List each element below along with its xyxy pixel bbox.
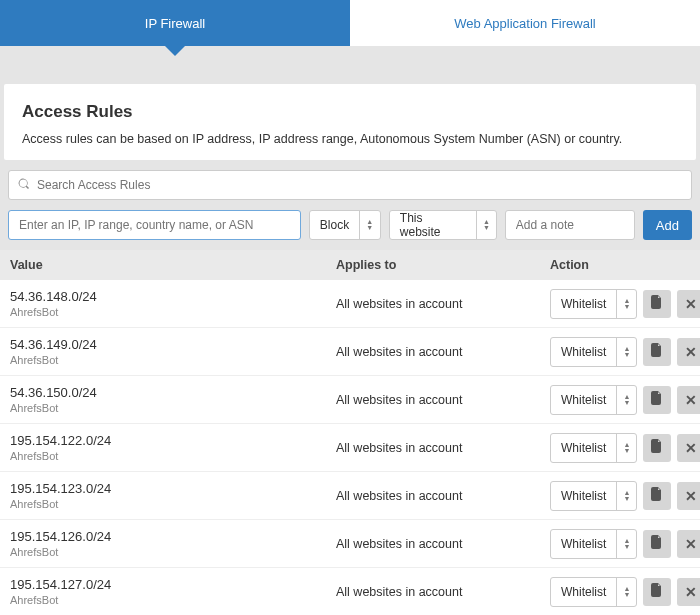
row-action-select[interactable]: Whitelist▲▼ bbox=[550, 385, 637, 415]
action-group: Whitelist▲▼✕ bbox=[550, 577, 700, 607]
rule-note: AhrefsBot bbox=[10, 498, 336, 510]
cell-action: Whitelist▲▼✕ bbox=[550, 481, 700, 511]
close-icon: ✕ bbox=[685, 344, 697, 360]
page-description: Access rules can be based on IP address,… bbox=[22, 132, 678, 146]
applies-text: All websites in account bbox=[336, 537, 462, 551]
tab-ip-firewall[interactable]: IP Firewall bbox=[0, 0, 350, 46]
chevron-updown-icon: ▲▼ bbox=[616, 338, 636, 366]
cell-applies: All websites in account bbox=[336, 344, 550, 359]
close-icon: ✕ bbox=[685, 536, 697, 552]
chevron-updown-icon: ▲▼ bbox=[359, 211, 379, 239]
th-action: Action bbox=[550, 258, 690, 272]
cell-value: 195.154.123.0/24AhrefsBot bbox=[10, 481, 336, 510]
rule-value: 195.154.123.0/24 bbox=[10, 481, 336, 496]
note-input[interactable] bbox=[505, 210, 635, 240]
delete-button[interactable]: ✕ bbox=[677, 290, 700, 318]
edit-note-button[interactable] bbox=[643, 482, 671, 510]
applies-text: All websites in account bbox=[336, 585, 462, 599]
cell-action: Whitelist▲▼✕ bbox=[550, 385, 700, 415]
page-title: Access Rules bbox=[22, 102, 678, 122]
applies-text: All websites in account bbox=[336, 393, 462, 407]
document-icon bbox=[651, 487, 663, 504]
delete-button[interactable]: ✕ bbox=[677, 386, 700, 414]
cell-applies: All websites in account bbox=[336, 488, 550, 503]
rule-note: AhrefsBot bbox=[10, 546, 336, 558]
chevron-updown-icon: ▲▼ bbox=[616, 530, 636, 558]
delete-button[interactable]: ✕ bbox=[677, 434, 700, 462]
document-icon bbox=[651, 295, 663, 312]
cell-applies: All websites in account bbox=[336, 536, 550, 551]
cell-value: 54.36.149.0/24AhrefsBot bbox=[10, 337, 336, 366]
cell-action: Whitelist▲▼✕ bbox=[550, 289, 700, 319]
edit-note-button[interactable] bbox=[643, 434, 671, 462]
row-action-select[interactable]: Whitelist▲▼ bbox=[550, 577, 637, 607]
ip-input[interactable] bbox=[8, 210, 301, 240]
document-icon bbox=[651, 583, 663, 600]
action-group: Whitelist▲▼✕ bbox=[550, 433, 700, 463]
applies-text: All websites in account bbox=[336, 489, 462, 503]
add-button[interactable]: Add bbox=[643, 210, 692, 240]
delete-button[interactable]: ✕ bbox=[677, 338, 700, 366]
row-action-select[interactable]: Whitelist▲▼ bbox=[550, 481, 637, 511]
tab-ip-firewall-label: IP Firewall bbox=[145, 16, 205, 31]
table-header: Value Applies to Action bbox=[0, 250, 700, 280]
cell-applies: All websites in account bbox=[336, 440, 550, 455]
delete-button[interactable]: ✕ bbox=[677, 530, 700, 558]
edit-note-button[interactable] bbox=[643, 338, 671, 366]
close-icon: ✕ bbox=[685, 584, 697, 600]
applies-text: All websites in account bbox=[336, 441, 462, 455]
rule-value: 195.154.127.0/24 bbox=[10, 577, 336, 592]
heading-panel: Access Rules Access rules can be based o… bbox=[4, 84, 696, 160]
cell-value: 195.154.122.0/24AhrefsBot bbox=[10, 433, 336, 462]
table-row: 54.36.148.0/24AhrefsBotAll websites in a… bbox=[0, 280, 700, 328]
delete-button[interactable]: ✕ bbox=[677, 482, 700, 510]
add-rule-row: Block ▲▼ This website ▲▼ Add bbox=[8, 210, 692, 240]
rule-value: 54.36.149.0/24 bbox=[10, 337, 336, 352]
row-action-select[interactable]: Whitelist▲▼ bbox=[550, 289, 637, 319]
cell-value: 195.154.126.0/24AhrefsBot bbox=[10, 529, 336, 558]
rule-note: AhrefsBot bbox=[10, 306, 336, 318]
scope-label: This website bbox=[390, 211, 476, 239]
cell-action: Whitelist▲▼✕ bbox=[550, 433, 700, 463]
row-action-label: Whitelist bbox=[551, 441, 616, 455]
tab-waf[interactable]: Web Application Firewall bbox=[350, 0, 700, 46]
controls: Block ▲▼ This website ▲▼ Add bbox=[0, 160, 700, 240]
edit-note-button[interactable] bbox=[643, 578, 671, 606]
cell-applies: All websites in account bbox=[336, 296, 550, 311]
close-icon: ✕ bbox=[685, 488, 697, 504]
table-row: 195.154.126.0/24AhrefsBotAll websites in… bbox=[0, 520, 700, 568]
row-action-label: Whitelist bbox=[551, 489, 616, 503]
delete-button[interactable]: ✕ bbox=[677, 578, 700, 606]
table-row: 195.154.122.0/24AhrefsBotAll websites in… bbox=[0, 424, 700, 472]
row-action-select[interactable]: Whitelist▲▼ bbox=[550, 529, 637, 559]
row-action-label: Whitelist bbox=[551, 537, 616, 551]
edit-note-button[interactable] bbox=[643, 290, 671, 318]
applies-text: All websites in account bbox=[336, 345, 462, 359]
action-group: Whitelist▲▼✕ bbox=[550, 385, 700, 415]
action-type-select[interactable]: Block ▲▼ bbox=[309, 210, 381, 240]
th-value: Value bbox=[10, 258, 336, 272]
row-action-select[interactable]: Whitelist▲▼ bbox=[550, 337, 637, 367]
search-wrap bbox=[8, 170, 692, 200]
edit-note-button[interactable] bbox=[643, 386, 671, 414]
cell-action: Whitelist▲▼✕ bbox=[550, 529, 700, 559]
rule-note: AhrefsBot bbox=[10, 402, 336, 414]
action-group: Whitelist▲▼✕ bbox=[550, 481, 700, 511]
table-body: 54.36.148.0/24AhrefsBotAll websites in a… bbox=[0, 280, 700, 615]
scope-select[interactable]: This website ▲▼ bbox=[389, 210, 497, 240]
applies-text: All websites in account bbox=[336, 297, 462, 311]
edit-note-button[interactable] bbox=[643, 530, 671, 558]
table-row: 54.36.150.0/24AhrefsBotAll websites in a… bbox=[0, 376, 700, 424]
search-icon bbox=[18, 178, 30, 192]
close-icon: ✕ bbox=[685, 296, 697, 312]
tab-gap bbox=[0, 46, 700, 84]
action-group: Whitelist▲▼✕ bbox=[550, 337, 700, 367]
chevron-updown-icon: ▲▼ bbox=[616, 434, 636, 462]
search-input[interactable] bbox=[8, 170, 692, 200]
document-icon bbox=[651, 343, 663, 360]
row-action-label: Whitelist bbox=[551, 585, 616, 599]
rule-note: AhrefsBot bbox=[10, 594, 336, 606]
row-action-label: Whitelist bbox=[551, 393, 616, 407]
close-icon: ✕ bbox=[685, 440, 697, 456]
row-action-select[interactable]: Whitelist▲▼ bbox=[550, 433, 637, 463]
